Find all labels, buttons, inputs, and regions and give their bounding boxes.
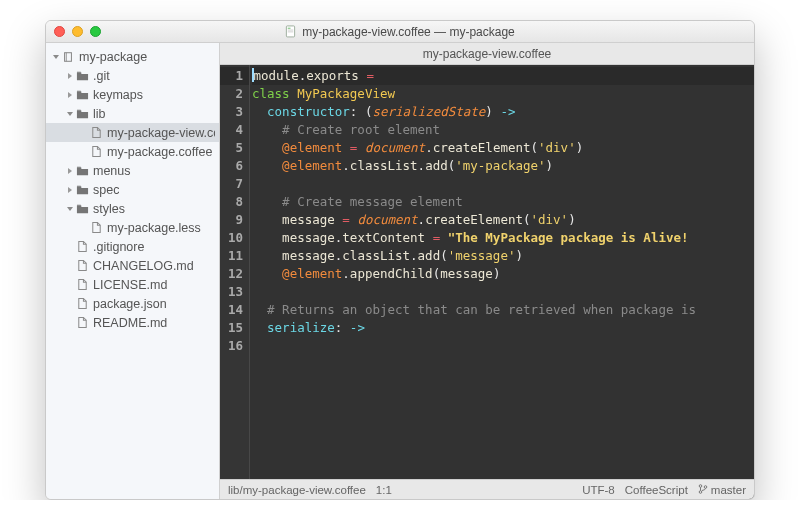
tree-folder[interactable]: styles <box>46 199 219 218</box>
spacer <box>78 127 89 138</box>
code-line[interactable]: # Returns an object that can be retrieve… <box>252 301 754 319</box>
window-title-text: my-package-view.coffee — my-package <box>302 25 515 39</box>
tree-item-label: README.md <box>93 316 167 330</box>
code-token <box>252 158 282 173</box>
chevron-right-icon[interactable] <box>64 184 75 195</box>
folder-icon <box>75 164 89 178</box>
line-number[interactable]: 1 <box>220 67 249 85</box>
code-token: . <box>425 140 433 155</box>
tree-file[interactable]: package.json <box>46 294 219 313</box>
line-number[interactable]: 15 <box>220 319 249 337</box>
code-token: module <box>254 68 299 83</box>
code-token: constructor <box>267 104 350 119</box>
code-token: serializedState <box>372 104 485 119</box>
status-bar: lib/my-package-view.coffee 1:1 UTF-8 Cof… <box>220 479 754 499</box>
svg-rect-4 <box>65 52 72 61</box>
code-line[interactable]: serialize: -> <box>252 319 754 337</box>
line-number[interactable]: 13 <box>220 283 249 301</box>
status-git-branch[interactable]: master <box>698 484 746 496</box>
tree-item-label: CHANGELOG.md <box>93 259 194 273</box>
tree-item-label: styles <box>93 202 125 216</box>
tree-folder[interactable]: .git <box>46 66 219 85</box>
chevron-right-icon[interactable] <box>64 70 75 81</box>
code-token: # Create message element <box>282 194 463 209</box>
code-line[interactable]: @element = document.createElement('div') <box>252 139 754 157</box>
code-line[interactable]: message = document.createElement('div') <box>252 211 754 229</box>
svg-point-7 <box>699 490 702 493</box>
status-grammar[interactable]: CoffeeScript <box>625 484 688 496</box>
line-number-gutter[interactable]: 12345678910111213141516 <box>220 65 250 479</box>
status-cursor-position[interactable]: 1:1 <box>376 484 392 496</box>
line-number[interactable]: 2 <box>220 85 249 103</box>
code-line[interactable]: message.classList.add('message') <box>252 247 754 265</box>
code-line[interactable]: # Create root element <box>252 121 754 139</box>
code-token: . <box>418 212 426 227</box>
tree-folder[interactable]: spec <box>46 180 219 199</box>
tree-file[interactable]: my-package.coffee <box>46 142 219 161</box>
svg-rect-3 <box>288 31 293 32</box>
file-tree-sidebar[interactable]: my-package .gitkeymapslibmy-package-view… <box>46 43 220 499</box>
status-git-branch-label: master <box>711 484 746 496</box>
tree-folder[interactable]: keymaps <box>46 85 219 104</box>
code-line[interactable]: message.textContent = "The MyPackage pac… <box>252 229 754 247</box>
spacer <box>64 260 75 271</box>
status-file-path[interactable]: lib/my-package-view.coffee <box>228 484 366 496</box>
folder-icon <box>75 88 89 102</box>
spacer <box>64 279 75 290</box>
code-token: = <box>342 212 350 227</box>
tree-folder[interactable]: lib <box>46 104 219 123</box>
code-line[interactable] <box>252 337 754 355</box>
line-number[interactable]: 16 <box>220 337 249 355</box>
line-number[interactable]: 3 <box>220 103 249 121</box>
tree-item-label: my-package.less <box>107 221 201 235</box>
line-number[interactable]: 14 <box>220 301 249 319</box>
code-line[interactable] <box>252 283 754 301</box>
code-line[interactable]: module.exports = <box>252 67 754 85</box>
code-token <box>252 266 282 281</box>
chevron-down-icon[interactable] <box>50 51 61 62</box>
tab-active[interactable]: my-package-view.coffee <box>423 47 552 61</box>
tree-file[interactable]: .gitignore <box>46 237 219 256</box>
chevron-down-icon[interactable] <box>64 108 75 119</box>
status-encoding[interactable]: UTF-8 <box>582 484 615 496</box>
tree-root[interactable]: my-package <box>46 47 219 66</box>
line-number[interactable]: 10 <box>220 229 249 247</box>
line-number[interactable]: 9 <box>220 211 249 229</box>
code-token: -> <box>350 320 365 335</box>
line-number[interactable]: 12 <box>220 265 249 283</box>
chevron-right-icon[interactable] <box>64 89 75 100</box>
line-number[interactable]: 6 <box>220 157 249 175</box>
line-number[interactable]: 5 <box>220 139 249 157</box>
code-token: . <box>342 158 350 173</box>
code-line[interactable]: @element.classList.add('my-package') <box>252 157 754 175</box>
line-number[interactable]: 4 <box>220 121 249 139</box>
code-token: : <box>335 320 350 335</box>
spacer <box>64 241 75 252</box>
file-icon <box>89 126 103 140</box>
tree-folder[interactable]: menus <box>46 161 219 180</box>
code-token <box>252 212 282 227</box>
line-number[interactable]: 8 <box>220 193 249 211</box>
code-area[interactable]: module.exports =class MyPackageView cons… <box>250 65 754 479</box>
code-line[interactable] <box>252 175 754 193</box>
tree-file[interactable]: LICENSE.md <box>46 275 219 294</box>
code-line[interactable]: # Create message element <box>252 193 754 211</box>
folder-icon <box>75 183 89 197</box>
code-line[interactable]: class MyPackageView <box>252 85 754 103</box>
spacer <box>64 298 75 309</box>
titlebar[interactable]: my-package-view.coffee — my-package <box>46 21 754 43</box>
code-line[interactable]: @element.appendChild(message) <box>252 265 754 283</box>
text-editor[interactable]: 12345678910111213141516 module.exports =… <box>220 65 754 479</box>
code-token: createElement <box>433 140 531 155</box>
window-title: my-package-view.coffee — my-package <box>46 25 754 39</box>
tree-file[interactable]: README.md <box>46 313 219 332</box>
tree-file[interactable]: my-package.less <box>46 218 219 237</box>
line-number[interactable]: 11 <box>220 247 249 265</box>
chevron-right-icon[interactable] <box>64 165 75 176</box>
code-line[interactable]: constructor: (serializedState) -> <box>252 103 754 121</box>
tab-bar[interactable]: my-package-view.coffee <box>220 43 754 65</box>
tree-file[interactable]: my-package-view.coffee <box>46 123 219 142</box>
tree-file[interactable]: CHANGELOG.md <box>46 256 219 275</box>
chevron-down-icon[interactable] <box>64 203 75 214</box>
line-number[interactable]: 7 <box>220 175 249 193</box>
